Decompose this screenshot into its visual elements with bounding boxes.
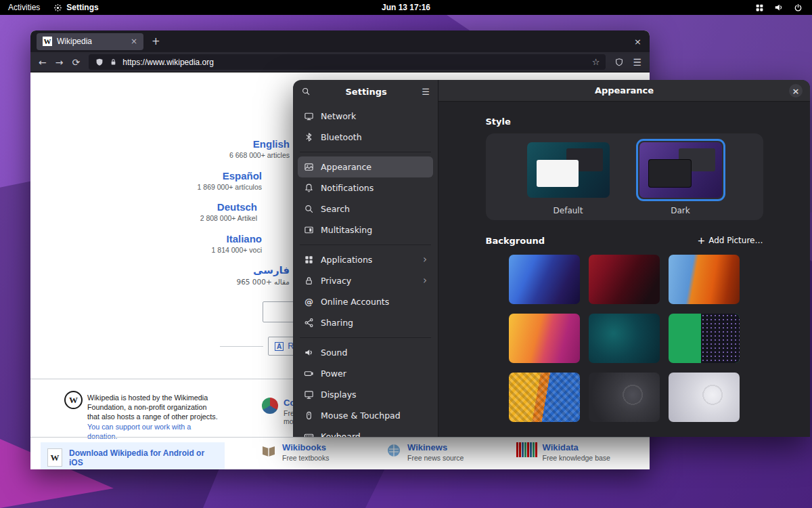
activities-button[interactable]: Activities [8,3,40,12]
sidebar-item-online-accounts[interactable]: @ Online Accounts [298,291,433,312]
language-name[interactable]: Deutsch [169,201,257,213]
sidebar-item-label: Power [321,368,346,379]
wallpaper-thumb-dark-gray-swirl[interactable] [589,373,660,422]
wikibooks-icon [261,442,277,459]
forward-button[interactable]: → [55,57,64,68]
add-picture-button[interactable]: + Add Picture… [697,235,763,246]
plus-icon: + [697,235,705,246]
desktop: W Wikipedia × + × ← → ⟳ https://www.wiki… [0,0,812,508]
app-menu-icon[interactable]: ☰ [633,57,641,68]
preview-window [537,160,579,187]
wallpaper-thumb-mosaic[interactable] [509,373,580,422]
sidebar-item-displays[interactable]: Displays [298,384,433,405]
translate-icon: A [275,342,284,351]
wikimedia-footer-text: Wikipedia is hosted by the Wikimedia Fou… [87,393,220,441]
wallpaper-thumb-green-pixels[interactable] [669,314,740,363]
commons-icon [262,398,278,414]
tab-close-icon[interactable]: × [131,37,137,46]
search-icon[interactable] [301,87,311,96]
settings-close-icon[interactable]: × [789,84,803,98]
sidebar-item-keyboard[interactable]: Keyboard [298,426,433,437]
chevron-right-icon: › [423,255,427,265]
project-name[interactable]: Wikibooks [282,442,329,452]
sound-speaker-icon [304,347,314,358]
firefox-window-close-icon[interactable]: × [634,37,641,47]
settings-main-panel: Appearance × Style [438,80,810,437]
bluetooth-icon [304,132,314,142]
privacy-lock-icon [304,276,314,286]
sidebar-item-label: Multitasking [321,225,372,235]
sidebar-item-label: Network [321,111,356,121]
sidebar-item-label: Online Accounts [321,297,389,307]
language-link-espanol[interactable]: Español 1 869 000+ artículos [174,170,262,191]
language-link-farsi[interactable]: فارسی 965 000+ مقاله [202,264,290,286]
sidebar-item-applications[interactable]: Applications › [298,249,433,270]
download-title[interactable]: Download Wikipedia for Android or iOS [69,448,218,467]
language-name[interactable]: فارسی [202,264,290,276]
back-button[interactable]: ← [39,57,47,68]
language-link-english[interactable]: English 6 668 000+ articles [202,138,290,159]
sidebar-item-label: Privacy [321,276,351,286]
new-tab-button[interactable]: + [152,35,160,47]
sidebar-item-label: Appearance [321,162,371,172]
sidebar-item-power[interactable]: Power [298,363,433,384]
sidebar-item-appearance[interactable]: Appearance [298,156,433,177]
language-link-deutsch[interactable]: Deutsch 2 808 000+ Artikel [169,201,257,222]
sidebar-item-search[interactable]: Search [298,198,433,219]
sidebar-divider [300,152,431,152]
browser-tab-wikipedia[interactable]: W Wikipedia × [37,33,143,50]
download-app-banner[interactable]: W Download Wikipedia for Android or iOS … [41,442,225,469]
mouse-icon [304,410,314,421]
wallpaper-thumb-orange-magenta[interactable] [509,314,580,363]
system-status-area[interactable] [755,3,812,12]
language-count: 6 668 000+ articles [202,151,290,159]
sidebar-item-network[interactable]: Network [298,106,433,127]
project-wikidata[interactable]: Wikidata Free knowledge base [516,442,610,462]
wallpaper-thumb-blue-orange[interactable] [669,255,740,304]
language-name[interactable]: Italiano [174,233,262,245]
sidebar-item-sound[interactable]: Sound [298,342,433,363]
account-shield-icon[interactable] [614,58,624,67]
project-wikinews[interactable]: Wikinews Free news source [386,442,464,462]
sidebar-item-sharing[interactable]: Sharing [298,312,433,333]
sidebar-divider [300,337,431,338]
language-link-italiano[interactable]: Italiano 1 814 000+ voci [174,233,262,254]
sidebar-item-multitasking[interactable]: Multitasking [298,219,433,240]
wallpaper-thumb-blue-purple[interactable] [509,255,580,304]
url-bar[interactable]: https://www.wikipedia.org ☆ [89,54,606,70]
tab-title: Wikipedia [57,37,92,46]
sidebar-item-bluetooth[interactable]: Bluetooth [298,127,433,148]
language-name[interactable]: Español [174,170,262,182]
project-name[interactable]: Wikinews [407,442,464,452]
sidebar-item-mouse-touchpad[interactable]: Mouse & Touchpad [298,405,433,426]
firefox-tab-bar: W Wikipedia × + × [30,30,650,52]
appearance-content: Style Default [438,102,810,437]
power-icon[interactable] [794,3,803,12]
language-name[interactable]: English [202,138,290,150]
hamburger-menu-icon[interactable]: ☰ [422,87,430,97]
wallpaper-thumb-dark-teal[interactable] [589,314,660,363]
volume-icon[interactable] [774,3,784,12]
tracking-protection-icon[interactable] [95,58,104,67]
sidebar-item-label: Displays [321,389,357,400]
sidebar-item-notifications[interactable]: Notifications [298,177,433,198]
sidebar-item-privacy[interactable]: Privacy › [298,270,433,291]
sidebar-item-label: Search [321,204,350,214]
style-option-dark[interactable]: Dark [636,139,725,215]
project-name[interactable]: Wikidata [543,442,610,452]
clock[interactable]: Jun 13 17:16 [382,3,430,12]
style-option-default[interactable]: Default [524,139,613,215]
donation-link[interactable]: You can support our work with a donation… [87,422,220,441]
project-wikibooks[interactable]: Wikibooks Free textbooks [261,442,329,462]
bookmark-star-icon[interactable]: ☆ [592,57,600,67]
wallpaper-thumb-light-gray-swirl[interactable] [669,373,740,422]
chevron-right-icon: › [423,276,427,286]
reload-button[interactable]: ⟳ [72,57,80,68]
wallpaper-thumb-dark-red[interactable] [589,255,660,304]
focused-app-menu[interactable]: Settings [53,3,98,12]
style-preview-dark[interactable] [639,142,722,198]
style-preview-default[interactable] [527,142,610,198]
language-count: 1 814 000+ voci [174,246,262,254]
tiling-grid-icon[interactable] [755,3,764,12]
add-picture-label: Add Picture… [708,236,763,245]
